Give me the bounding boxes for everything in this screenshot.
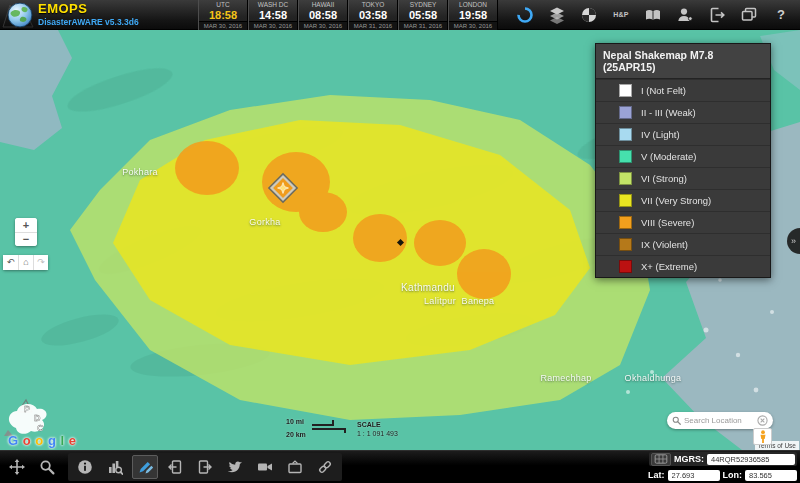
clock-city: LONDON [449,0,497,9]
legend-row-label: X+ (Extreme) [641,261,697,272]
clear-search-button[interactable] [757,415,768,426]
top-bar: EMOPS DisasterAWARE v5.3.3d6 UTC 18:58 M… [0,0,800,30]
clock-time: 14:58 [249,9,297,21]
lon-label: Lon: [723,470,743,480]
map-toolbar [4,453,342,481]
help-button[interactable]: ? [766,1,796,29]
link-tool-button[interactable] [312,455,338,479]
loading-spinner-button[interactable] [510,1,540,29]
scale-miles-bar [312,420,334,426]
zoom-out-button[interactable]: − [15,232,37,246]
map-canvas[interactable]: Pokhara Gorkha Kathmandu Lalitpur Banepa… [0,30,800,450]
legend-row: V (Moderate) [596,145,770,167]
logout-button[interactable] [702,1,732,29]
legend-swatch [619,172,632,185]
legend-swatch [619,194,632,207]
legend-row-label: I (Not Felt) [641,85,686,96]
pan-tool-icon [9,459,25,475]
google-logo-letter: o [23,433,31,448]
google-logo-letter: g [48,433,56,448]
clock: TOKYO 03:58 MAR 31, 2016 [348,0,398,30]
google-logo-letter: o [35,433,43,448]
media-tool-button[interactable] [282,455,308,479]
user-button[interactable] [670,1,700,29]
clock-city: SYDNEY [399,0,447,9]
basemap-icon [580,6,598,24]
windows-icon [740,6,758,24]
info-tool-icon [77,459,93,475]
clock-date: MAR 30, 2016 [449,21,497,30]
pdc-letter-c: C [37,423,44,433]
zoom-tool-button[interactable] [34,455,60,479]
clock-time: 18:58 [199,9,247,21]
clock: SYDNEY 05:58 MAR 31, 2016 [398,0,448,30]
legend-row: II - III (Weak) [596,101,770,123]
next-extent-button[interactable]: ↷ [33,255,48,270]
mgrs-grid-button[interactable] [651,453,671,466]
scale-text: SCALE 1 : 1 091 493 [357,418,398,438]
clock: HAWAII 08:58 MAR 30, 2016 [298,0,348,30]
lat-input[interactable] [668,470,720,481]
google-logo-letter: G [8,433,19,448]
export-tool-button[interactable] [192,455,218,479]
legend-row: X+ (Extreme) [596,255,770,277]
google-logo-letter: l [60,433,64,448]
twitter-tool-button[interactable] [222,455,248,479]
pan-tool-button[interactable] [4,455,30,479]
clock: LONDON 19:58 MAR 30, 2016 [448,0,498,30]
legend-rows: I (Not Felt) II - III (Weak) IV (Light) [596,79,770,277]
import-tool-icon [167,459,183,475]
pegman-icon [758,430,768,444]
draw-tool-button[interactable] [132,455,158,479]
clock-date: MAR 30, 2016 [249,21,297,30]
lon-input[interactable] [745,470,797,481]
legend-row-label: V (Moderate) [641,151,696,162]
layers-button[interactable] [542,1,572,29]
mgrs-label: MGRS: [674,454,704,464]
zoom-control: + − [15,218,37,246]
logout-icon [708,6,726,24]
scale-rules: 10 mi 20 km [286,418,348,438]
legend-row: IV (Light) [596,123,770,145]
pdc-globe-logo [7,2,33,28]
clock-date: MAR 31, 2016 [349,21,397,30]
legend-title: Nepal Shakemap M7.8 (25APR15) [596,44,770,79]
scale-miles-label: 10 mi [286,418,304,425]
assessment-tool-button[interactable] [102,455,128,479]
layers-icon [548,6,566,24]
legend-swatch [619,128,632,141]
legend-row: VII (Very Strong) [596,189,770,211]
link-tool-icon [317,459,333,475]
scale-ratio: 1 : 1 091 493 [357,429,398,438]
windows-button[interactable] [734,1,764,29]
pegman-button[interactable] [753,428,772,445]
hp-button[interactable]: H&P [606,1,636,29]
legend-row: I (Not Felt) [596,79,770,101]
shakemap-legend: Nepal Shakemap M7.8 (25APR15) I (Not Fel… [595,43,771,278]
draw-tool-icon [137,459,153,475]
report-book-button[interactable] [638,1,668,29]
coordinate-readout: MGRS: Lat: Lon: [648,452,797,482]
scale-title: SCALE [357,420,398,429]
video-tool-button[interactable] [252,455,278,479]
home-extent-button[interactable]: ⌂ [18,255,33,270]
clock-city: TOKYO [349,0,397,9]
hp-label: H&P [613,11,629,18]
terrain-northwest [0,30,72,150]
report-book-icon [644,6,662,24]
clock-date: MAR 30, 2016 [199,21,247,30]
legend-row-label: II - III (Weak) [641,107,696,118]
basemap-button[interactable] [574,1,604,29]
mgrs-input[interactable] [707,454,795,465]
pdc-letter-d: D [34,413,41,423]
legend-swatch [619,84,632,97]
zoom-in-button[interactable]: + [15,218,37,232]
prev-extent-button[interactable]: ↶ [3,255,18,270]
clock: WASH DC 14:58 MAR 30, 2016 [248,0,298,30]
info-tool-button[interactable] [72,455,98,479]
legend-row-label: IX (Violent) [641,239,688,250]
search-input[interactable] [684,416,754,425]
scale-km-bar [312,428,346,433]
emops-app: EMOPS DisasterAWARE v5.3.3d6 UTC 18:58 M… [0,0,800,483]
import-tool-button[interactable] [162,455,188,479]
